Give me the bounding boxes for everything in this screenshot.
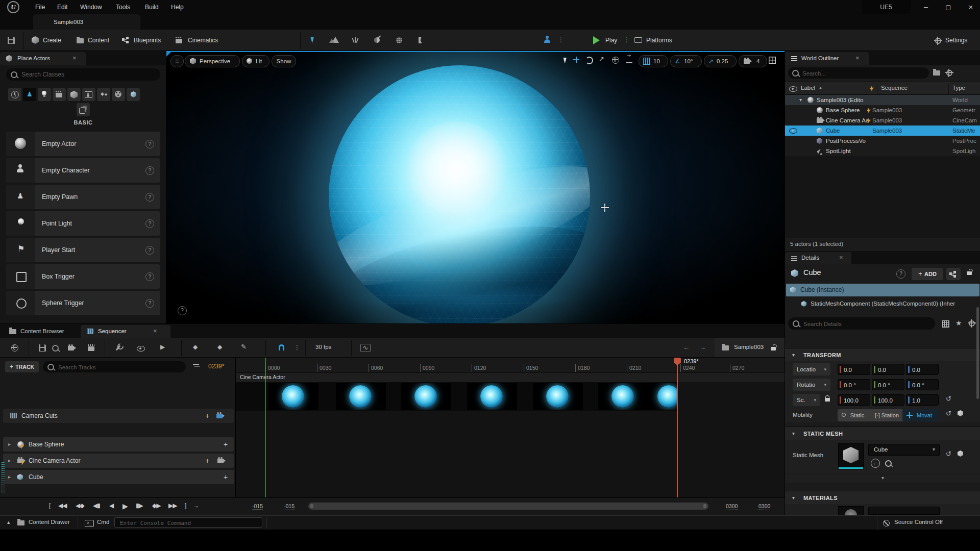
playback-options-icon[interactable]: ▶	[160, 343, 165, 350]
rotation-snap-control[interactable]: ∠ 10°	[670, 55, 702, 67]
step-forward-button[interactable]: ▮▶	[136, 502, 143, 509]
jump-to-end-button[interactable]: ▶▶	[168, 502, 177, 509]
world-options-icon[interactable]	[11, 344, 18, 352]
category-lights-button[interactable]	[38, 88, 51, 101]
reset-mesh-icon[interactable]: ↺	[946, 450, 951, 458]
location-x-field[interactable]: 0.0	[838, 364, 870, 375]
favorites-star-icon[interactable]: ★	[955, 319, 962, 327]
add-component-button[interactable]: + ADD	[912, 268, 943, 280]
foliage-mode-icon[interactable]	[355, 37, 356, 43]
transform-section-header[interactable]: ▾ TRANSFORM	[785, 348, 980, 362]
mobility-movable-button[interactable]: Movat	[903, 409, 939, 421]
category-cinematic-button[interactable]	[53, 88, 66, 101]
nav-back-icon[interactable]: ←	[683, 343, 690, 351]
working-range-start-field[interactable]: -015	[252, 503, 263, 510]
category-all-classes-button[interactable]	[77, 103, 90, 116]
content-button[interactable]: Content	[88, 37, 109, 44]
outliner-row-world[interactable]: ▾ Sample003 (Edito World	[785, 95, 980, 105]
outliner-row[interactable]: Cine Camera Ac Sample003 CineCam	[785, 115, 980, 126]
play-mode-kebab-icon[interactable]: ⋮	[558, 36, 564, 43]
location-y-field[interactable]: 0.0	[872, 364, 904, 375]
world-outliner-tab[interactable]: World Outliner ×	[785, 52, 869, 65]
list-item[interactable]: Point Light ?	[6, 211, 160, 236]
select-mode-icon[interactable]	[311, 36, 315, 43]
menu-edit[interactable]: Edit	[57, 4, 68, 11]
camera-cuts-section-bar[interactable]: Cine Camera Actor	[236, 373, 785, 382]
outliner-settings-icon[interactable]	[946, 70, 952, 76]
list-item[interactable]: ⚑ Player Start ?	[6, 238, 160, 262]
platforms-button[interactable]: Platforms	[646, 37, 672, 44]
track-row-cine-camera[interactable]: ▸ Cine Camera Actor +	[3, 454, 234, 468]
prev-key-button[interactable]: ◀◆	[76, 502, 84, 509]
create-camera-icon[interactable]	[68, 346, 74, 350]
menu-tools[interactable]: Tools	[116, 4, 130, 11]
expand-drawer-icon[interactable]: ▴	[7, 519, 10, 525]
details-search-input[interactable]	[802, 318, 932, 329]
working-range-end-field[interactable]: 0300	[758, 503, 770, 510]
mobility-static-button[interactable]: Static	[838, 409, 870, 421]
camera-lock-icon[interactable]	[217, 459, 224, 463]
menu-help[interactable]: Help	[171, 4, 184, 11]
set-start-button[interactable]: [	[49, 502, 50, 509]
category-effects-button[interactable]	[97, 88, 110, 101]
menu-build[interactable]: Build	[145, 4, 159, 11]
place-actors-search[interactable]	[6, 68, 160, 81]
track-search[interactable]	[43, 361, 186, 372]
list-item[interactable]: ♟ Empty Pawn ?	[6, 185, 160, 209]
category-media-button[interactable]	[112, 88, 125, 101]
list-item[interactable]: Box Trigger ?	[6, 264, 160, 289]
console-input-wrap[interactable]	[114, 517, 262, 528]
snapping-magnet-icon[interactable]	[279, 344, 284, 350]
scale-lock-icon[interactable]	[825, 398, 830, 402]
static-mesh-dropdown[interactable]: Cube ▾	[868, 444, 940, 456]
move-tool-icon[interactable]	[573, 57, 579, 63]
material-thumbnail-partial[interactable]	[838, 506, 864, 515]
category-recent-button[interactable]	[8, 88, 21, 101]
add-track-button[interactable]: + TRACK	[5, 361, 39, 372]
outliner-search[interactable]	[788, 67, 929, 79]
sequencer-tab[interactable]: Sequencer ×	[81, 325, 170, 338]
outliner-row-selected[interactable]: Cube Sample003 StaticMe	[785, 126, 980, 136]
add-track-icon[interactable]: +	[224, 437, 228, 452]
browse-to-asset-icon[interactable]: ←	[871, 459, 880, 468]
details-scrollbar[interactable]	[976, 307, 979, 399]
outliner-row[interactable]: PostProcessVo PostProc	[785, 136, 980, 146]
rotation-x-field[interactable]: 0.0 °	[838, 379, 870, 390]
add-track-icon[interactable]: +	[205, 454, 209, 468]
new-folder-icon[interactable]	[933, 70, 940, 76]
outliner-row[interactable]: Base Sphere Sample003 Geometr	[785, 105, 980, 115]
nav-forward-icon[interactable]: →	[699, 343, 706, 351]
camera-cuts-filmstrip[interactable]	[236, 382, 678, 411]
component-row[interactable]: StaticMeshComponent (StaticMeshComponent…	[786, 298, 979, 310]
material-dropdown-partial[interactable]	[868, 507, 940, 515]
world-space-icon[interactable]	[612, 57, 619, 64]
content-browser-tab[interactable]: Content Browser	[4, 325, 79, 338]
outliner-row[interactable]: SpotLight SpotLigh	[785, 146, 980, 156]
fracture-mode-icon[interactable]	[419, 37, 425, 43]
play-button[interactable]: Play	[605, 37, 617, 44]
expand-advanced-button[interactable]: ▾	[785, 474, 980, 483]
content-drawer-button[interactable]: Content Drawer	[29, 519, 70, 525]
display-filter-icon[interactable]	[942, 320, 949, 328]
render-movie-icon[interactable]	[88, 346, 94, 351]
list-item[interactable]: Sphere Trigger ?	[6, 291, 160, 315]
close-icon[interactable]: ×	[153, 327, 157, 335]
lock-sequence-icon[interactable]	[771, 347, 776, 350]
list-item[interactable]: Empty Character ?	[6, 158, 160, 183]
landscape-mode-icon[interactable]	[332, 37, 339, 43]
chevron-down-icon[interactable]: ▾	[799, 95, 802, 105]
camera-speed-control[interactable]: 4	[739, 55, 767, 67]
scale-snap-control[interactable]: ↗ 0.25	[704, 55, 737, 67]
grid-snap-control[interactable]: 10	[639, 55, 668, 67]
track-row-cube[interactable]: ▸ Cube +	[3, 470, 234, 484]
close-button[interactable]: ×	[964, 2, 978, 12]
outliner-search-input[interactable]	[801, 68, 926, 78]
close-icon[interactable]: ×	[839, 254, 843, 261]
loop-arrow-button[interactable]: →	[193, 502, 199, 509]
scale-y-field[interactable]: 100.0	[872, 394, 904, 406]
camera-cuts-track-row[interactable]: Camera Cuts +	[3, 409, 234, 423]
minimize-button[interactable]: –	[919, 2, 933, 12]
place-actors-tab[interactable]: Place Actors ×	[0, 52, 86, 65]
instance-row-selected[interactable]: Cube (Instance)	[786, 284, 979, 296]
fps-dropdown[interactable]: 30 fps	[315, 344, 331, 350]
